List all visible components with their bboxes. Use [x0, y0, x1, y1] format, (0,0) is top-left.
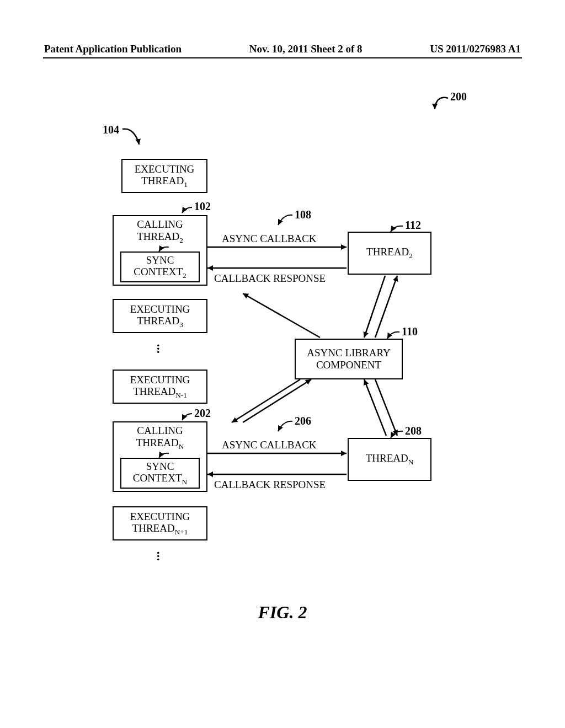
calling2-line2: THREAD [137, 231, 179, 242]
thread2-sub: 2 [409, 251, 413, 260]
sync2-line1: SYNC [146, 254, 174, 266]
execn1-line2: THREAD [133, 386, 175, 397]
thread2-line1: THREAD [366, 246, 409, 258]
async-callback-label-1: ASYNC CALLBACK [222, 233, 317, 245]
async-library-component-box: ASYNC LIBRARY COMPONENT [295, 339, 403, 379]
ref-112: 112 [405, 219, 421, 232]
svg-line-4 [243, 293, 320, 338]
vertical-ellipsis-1: ... [157, 341, 160, 351]
callback-response-label-1: CALLBACK RESPONSE [214, 272, 326, 285]
executing-thread-n-plus-1-box: EXECUTING THREADN+1 [113, 506, 207, 540]
ref-206: 206 [295, 415, 311, 427]
figure-caption: FIG. 2 [0, 602, 565, 623]
sync2-sub: 2 [183, 271, 186, 280]
thread-2-box: THREAD2 [348, 232, 431, 275]
exec1-sub: 1 [184, 180, 188, 189]
svg-line-8 [232, 379, 300, 422]
sync2-line2: CONTEXT [134, 266, 183, 277]
execnp1-line2: THREAD [132, 522, 175, 534]
svg-line-10 [364, 379, 386, 436]
syncn-sub: N [182, 478, 188, 486]
exec3-sub: 3 [179, 320, 183, 329]
sync-context-2-box: SYNC CONTEXT2 [120, 251, 200, 282]
exec3-line1: EXECUTING [130, 303, 190, 315]
header-center: Nov. 10, 2011 Sheet 2 of 8 [249, 43, 363, 55]
callingn-sub: N [179, 442, 184, 451]
threadn-line1: THREAD [366, 452, 408, 464]
calling2-sub: 2 [179, 236, 183, 244]
header-right: US 2011/0276983 A1 [430, 43, 521, 55]
callingn-line1: CALLING [137, 425, 183, 436]
ref-104: 104 [103, 124, 119, 136]
ref-202: 202 [194, 407, 211, 420]
ref-208: 208 [405, 425, 422, 437]
syncn-line1: SYNC [146, 461, 174, 472]
execnp1-sub: N+1 [175, 528, 188, 536]
header-left: Patent Application Publication [44, 43, 182, 55]
exec3-line2: THREAD [137, 315, 179, 326]
svg-line-6 [364, 276, 385, 338]
syncn-line2: CONTEXT [133, 472, 182, 484]
exec1-line2: THREAD [141, 175, 184, 186]
page: Patent Application Publication Nov. 10, … [0, 0, 565, 728]
callback-response-label-2: CALLBACK RESPONSE [214, 479, 326, 491]
calling2-line1: CALLING [137, 218, 183, 230]
executing-thread-3-box: EXECUTING THREAD3 [113, 299, 207, 333]
executing-thread-1-box: EXECUTING THREAD1 [121, 159, 207, 193]
exec1-line1: EXECUTING [135, 163, 195, 175]
threadn-sub: N [408, 458, 414, 466]
page-header: Patent Application Publication Nov. 10, … [0, 43, 565, 58]
execn1-line1: EXECUTING [130, 374, 190, 386]
async-callback-label-2: ASYNC CALLBACK [222, 439, 317, 451]
execn1-sub: N-1 [175, 391, 187, 399]
callingn-line2: THREAD [136, 437, 179, 448]
ref-110: 110 [402, 325, 418, 338]
vertical-ellipsis-2: ... [157, 548, 160, 558]
execnp1-line1: EXECUTING [130, 511, 190, 522]
ref-102: 102 [194, 200, 211, 213]
ref-108: 108 [295, 208, 311, 221]
async-lib-line2: COMPONENT [316, 359, 381, 371]
async-lib-line1: ASYNC LIBRARY [307, 347, 391, 358]
executing-thread-n-1-box: EXECUTING THREADN-1 [113, 370, 207, 404]
svg-line-9 [375, 379, 397, 436]
sync-context-n-box: SYNC CONTEXTN [120, 458, 200, 489]
thread-n-box: THREADN [348, 438, 431, 481]
svg-line-5 [375, 276, 397, 338]
ref-200: 200 [450, 90, 467, 103]
header-rule [43, 57, 522, 58]
